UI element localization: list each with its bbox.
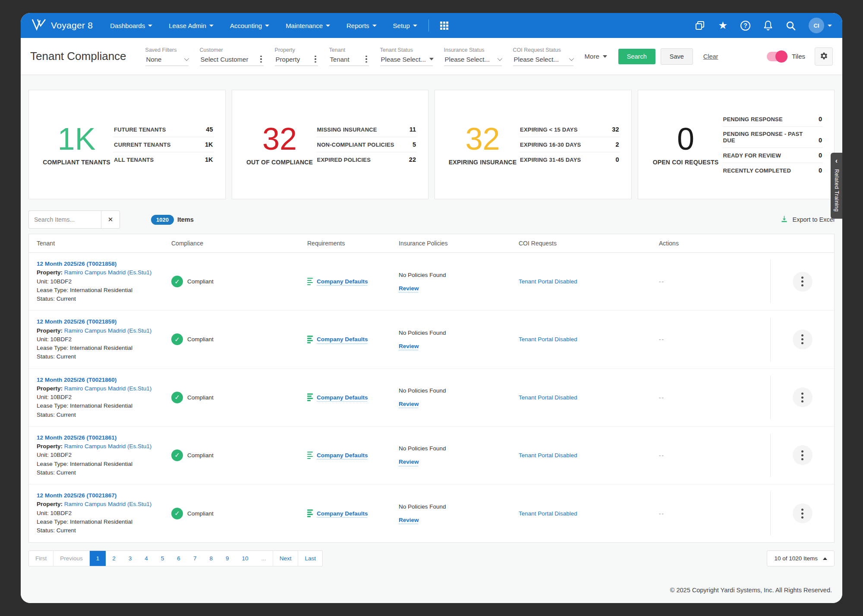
help-icon[interactable]: ? — [740, 21, 750, 31]
page-5[interactable]: 5 — [154, 551, 171, 566]
kpi-stat-row[interactable]: RECENTLY COMPLETED0 — [722, 163, 823, 178]
kpi-stat-row[interactable]: PENDING RESPONSE - PAST DUE0 — [722, 127, 823, 148]
property-link[interactable]: Ramiro Campus Madrid (Es.Stu1) — [64, 501, 152, 507]
column-header-insurance-policies[interactable]: Insurance Policies — [399, 240, 519, 247]
nav-item-maintenance[interactable]: Maintenance — [286, 22, 330, 29]
tiles-toggle[interactable] — [767, 52, 787, 61]
page-next[interactable]: Next — [273, 551, 298, 566]
page-4[interactable]: 4 — [138, 551, 154, 566]
property-link[interactable]: Ramiro Campus Madrid (Es.Stu1) — [64, 443, 152, 449]
review-link[interactable]: Review — [399, 517, 419, 523]
kpi-stat-row[interactable]: MISSING INSURANCE11 — [316, 122, 417, 137]
kpi-tile-out-of-compliance[interactable]: 32 OUT OF COMPLIANCE MISSING INSURANCE11… — [232, 90, 429, 199]
coi-status-link[interactable]: Tenant Portal Disabled — [519, 510, 577, 517]
kpi-stat-row[interactable]: EXPIRING < 15 DAYS32 — [519, 122, 620, 137]
nav-item-reports[interactable]: Reports — [346, 22, 377, 29]
kpi-stat-row[interactable]: EXPIRING 31-45 DAYS0 — [519, 152, 620, 167]
export-to-excel-button[interactable]: Export to Excel — [780, 215, 835, 224]
page-6[interactable]: 6 — [170, 551, 187, 566]
page-first[interactable]: First — [29, 551, 54, 566]
page-8[interactable]: 8 — [203, 551, 219, 566]
save-button[interactable]: Save — [661, 48, 693, 65]
tenant-link[interactable]: 12 Month 2025/26 (T0021860) — [37, 376, 171, 384]
tenant-status-select[interactable]: Please Select... — [380, 54, 433, 66]
pages-icon[interactable] — [695, 20, 705, 31]
kpi-stat-row[interactable]: READY FOR REVIEW0 — [722, 148, 823, 163]
coi-request-status-select[interactable]: Please Select... — [513, 54, 573, 66]
company-defaults-link[interactable]: Company Defaults — [317, 510, 368, 517]
kpi-stat-row[interactable]: EXPIRED POLICIES22 — [316, 152, 417, 167]
review-link[interactable]: Review — [399, 343, 419, 349]
page-previous[interactable]: Previous — [54, 551, 90, 566]
page-10[interactable]: 10 — [235, 551, 255, 566]
tenant-select[interactable]: Tenant — [329, 54, 369, 66]
kpi-tile-compliant-tenants[interactable]: 1K COMPLIANT TENANTS FUTURE TENANTS45 CU… — [28, 90, 226, 199]
saved-filters-select[interactable]: None — [145, 54, 189, 66]
tenant-link[interactable]: 12 Month 2025/26 (T0021859) — [37, 317, 171, 326]
clear-search-button[interactable]: ✕ — [101, 211, 120, 229]
nav-item-dashboards[interactable]: Dashboards — [110, 22, 152, 29]
tiles-toggle-group: Tiles — [767, 47, 833, 66]
page-1[interactable]: 1 — [90, 551, 106, 566]
company-defaults-link[interactable]: Company Defaults — [317, 278, 368, 285]
more-filters-button[interactable]: More — [585, 53, 607, 60]
column-header-tenant[interactable]: Tenant — [29, 240, 171, 247]
tenant-link[interactable]: 12 Month 2025/26 (T0021867) — [37, 491, 171, 500]
page-3[interactable]: 3 — [122, 551, 139, 566]
kpi-tile-open-coi-requests[interactable]: 0 OPEN COI REQUESTS PENDING RESPONSE0 PE… — [638, 90, 835, 199]
column-header-actions[interactable]: Actions — [659, 240, 770, 247]
column-header-coi-requests[interactable]: COI Requests — [519, 240, 659, 247]
row-menu-button[interactable] — [793, 330, 813, 349]
notifications-bell-icon[interactable] — [763, 20, 773, 31]
page-last[interactable]: Last — [298, 551, 322, 566]
property-link[interactable]: Ramiro Campus Madrid (Es.Stu1) — [64, 327, 152, 334]
search-icon[interactable] — [786, 21, 796, 31]
row-menu-button[interactable] — [793, 387, 813, 407]
page-2[interactable]: 2 — [106, 551, 122, 566]
nav-item-setup[interactable]: Setup — [393, 22, 417, 29]
related-training-tab[interactable]: ‹ Related Training — [831, 153, 842, 219]
review-link[interactable]: Review — [399, 459, 419, 465]
row-menu-button[interactable] — [793, 445, 813, 465]
kpi-stat-row[interactable]: PENDING RESPONSE0 — [722, 112, 823, 127]
company-defaults-link[interactable]: Company Defaults — [317, 394, 368, 401]
column-header-compliance[interactable]: Compliance — [171, 240, 307, 247]
review-link[interactable]: Review — [399, 401, 419, 407]
kpi-stat-row[interactable]: ALL TENANTS1K — [113, 152, 214, 167]
tenant-link[interactable]: 12 Month 2025/26 (T0021861) — [37, 434, 171, 442]
apps-grid-icon[interactable] — [440, 22, 448, 30]
kpi-stat-row[interactable]: EXPIRING 16-30 DAYS2 — [519, 137, 620, 152]
column-header-requirements[interactable]: Requirements — [307, 240, 399, 247]
company-defaults-link[interactable]: Company Defaults — [317, 452, 368, 459]
user-menu[interactable]: CI — [809, 18, 832, 33]
kpi-tile-expiring-insurance[interactable]: 32 EXPIRING INSURANCE EXPIRING < 15 DAYS… — [435, 90, 632, 199]
clear-link[interactable]: Clear — [703, 53, 718, 60]
row-menu-button[interactable] — [793, 272, 813, 292]
company-defaults-link[interactable]: Company Defaults — [317, 336, 368, 343]
insurance-status-select[interactable]: Please Select... — [444, 54, 502, 66]
kpi-stat-row[interactable]: NON-COMPLIANT POLICIES5 — [316, 137, 417, 152]
row-menu-button[interactable] — [793, 503, 813, 523]
brand[interactable]: Voyager 8 — [31, 19, 93, 32]
kpi-stat-row[interactable]: FUTURE TENANTS45 — [113, 122, 214, 137]
property-select[interactable]: Property — [275, 54, 318, 66]
page-9[interactable]: 9 — [219, 551, 236, 566]
property-link[interactable]: Ramiro Campus Madrid (Es.Stu1) — [64, 269, 152, 276]
items-per-page-select[interactable]: 10 of 1020 Items — [767, 550, 835, 566]
customer-select[interactable]: Select Customer — [200, 54, 264, 66]
coi-status-link[interactable]: Tenant Portal Disabled — [519, 278, 577, 285]
search-button[interactable]: Search — [618, 49, 655, 64]
coi-status-link[interactable]: Tenant Portal Disabled — [519, 452, 577, 459]
kpi-stat-row[interactable]: CURRENT TENANTS1K — [113, 137, 214, 152]
review-link[interactable]: Review — [399, 285, 419, 292]
nav-item-lease-admin[interactable]: Lease Admin — [169, 22, 214, 29]
nav-item-accounting[interactable]: Accounting — [230, 22, 269, 29]
coi-status-link[interactable]: Tenant Portal Disabled — [519, 394, 577, 401]
search-items-input[interactable] — [28, 211, 101, 229]
favorites-star-icon[interactable]: ★ — [718, 20, 728, 31]
property-link[interactable]: Ramiro Campus Madrid (Es.Stu1) — [64, 385, 152, 392]
coi-status-link[interactable]: Tenant Portal Disabled — [519, 336, 577, 343]
settings-button[interactable] — [815, 47, 833, 66]
tenant-link[interactable]: 12 Month 2025/26 (T0021858) — [37, 260, 171, 268]
page-7[interactable]: 7 — [187, 551, 203, 566]
